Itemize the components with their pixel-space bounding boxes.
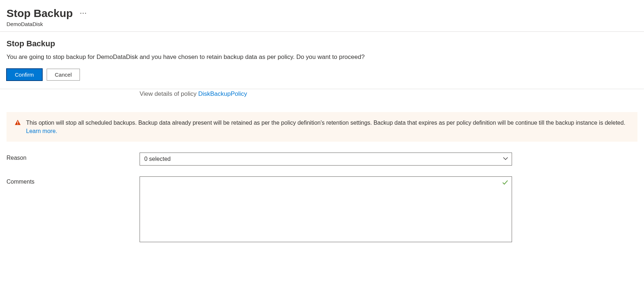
comments-row: Comments (7, 176, 637, 243)
confirm-button[interactable]: Confirm (7, 69, 42, 81)
confirm-panel: Stop Backup You are going to stop backup… (0, 32, 644, 89)
confirm-message: You are going to stop backup for DemoDat… (7, 53, 637, 61)
learn-more-link[interactable]: Learn more. (26, 128, 57, 134)
more-actions-icon[interactable]: ··· (80, 10, 87, 17)
body-area: View details of policy DiskBackupPolicy … (0, 89, 644, 243)
reason-label: Reason (7, 153, 140, 161)
comments-label: Comments (7, 176, 140, 185)
svg-rect-1 (17, 124, 18, 124)
warning-text: This option will stop all scheduled back… (26, 119, 630, 135)
page-header: Stop Backup ··· DemoDataDisk (0, 0, 644, 32)
policy-line: View details of policy DiskBackupPolicy (140, 89, 637, 98)
reason-value: 0 selected (144, 156, 171, 162)
check-icon (502, 179, 508, 187)
cancel-button[interactable]: Cancel (47, 69, 80, 81)
reason-select[interactable]: 0 selected (140, 153, 512, 166)
page-title: Stop Backup (7, 7, 73, 20)
page-subtitle: DemoDataDisk (7, 21, 637, 27)
warning-message: This option will stop all scheduled back… (26, 120, 625, 126)
form-area: Reason 0 selected Comments (7, 153, 637, 243)
policy-link[interactable]: DiskBackupPolicy (198, 90, 247, 97)
comments-input[interactable] (140, 176, 512, 242)
svg-rect-0 (17, 121, 18, 124)
button-row: Confirm Cancel (7, 69, 637, 81)
warning-icon (14, 119, 21, 126)
policy-prefix: View details of policy (140, 90, 198, 97)
warning-box: This option will stop all scheduled back… (7, 112, 637, 142)
confirm-title: Stop Backup (7, 39, 637, 48)
reason-row: Reason 0 selected (7, 153, 637, 166)
